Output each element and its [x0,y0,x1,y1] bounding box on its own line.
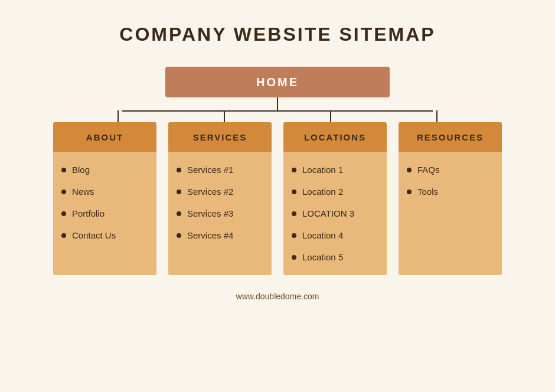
col-about: ABOUTBlogNewsPortfolioContact Us [53,122,156,275]
footer-url: www.doubledome.com [236,292,319,301]
page-title: COMPANY WEBSITE SITEMAP [119,24,435,45]
home-vertical-line [277,97,278,110]
col-item-about-3[interactable]: Contact Us [61,224,148,246]
col-header-locations: LOCATIONS [283,122,387,152]
col-item-locations-1[interactable]: Location 2 [292,181,378,202]
drop-about [71,110,165,122]
hline-bar [122,110,433,112]
col-item-about-1[interactable]: News [61,181,148,202]
sitemap-tree: HOME [18,67,537,275]
col-header-services: SERVICES [168,122,272,152]
col-item-resources-1[interactable]: Tools [407,181,494,202]
col-item-about-0[interactable]: Blog [61,159,148,181]
col-item-locations-0[interactable]: Location 1 [292,159,378,181]
col-body-locations: Location 1Location 2LOCATION 3Location 4… [283,152,387,275]
col-item-about-2[interactable]: Portfolio [61,202,148,224]
col-body-services: Services #1Services #2Services #3Service… [168,152,272,275]
connector-horizontal [71,110,484,122]
col-item-services-1[interactable]: Services #2 [177,181,263,202]
col-body-about: BlogNewsPortfolioContact Us [53,152,156,275]
col-item-services-3[interactable]: Services #4 [177,224,263,246]
col-header-resources: RESOURCES [399,122,502,152]
col-services: SERVICESServices #1Services #2Services #… [168,122,272,275]
col-item-resources-0[interactable]: FAQs [407,159,494,181]
home-label: HOME [256,76,299,89]
col-header-about: ABOUT [53,122,156,152]
home-box[interactable]: HOME [165,67,390,97]
col-item-locations-3[interactable]: Location 4 [292,224,378,246]
drop-services [177,110,272,122]
drops-row [71,110,484,122]
col-body-resources: FAQsTools [399,152,502,275]
drop-locations [283,110,378,122]
col-item-locations-2[interactable]: LOCATION 3 [292,202,378,224]
col-resources: RESOURCESFAQsTools [399,122,502,275]
columns-container: ABOUTBlogNewsPortfolioContact UsSERVICES… [53,122,502,275]
col-item-services-0[interactable]: Services #1 [177,159,263,181]
drop-resources [390,110,484,122]
col-locations: LOCATIONSLocation 1Location 2LOCATION 3L… [283,122,387,275]
page-wrapper: COMPANY WEBSITE SITEMAP HOME [0,0,555,392]
col-item-locations-4[interactable]: Location 5 [292,246,378,268]
col-item-services-2[interactable]: Services #3 [177,202,263,224]
